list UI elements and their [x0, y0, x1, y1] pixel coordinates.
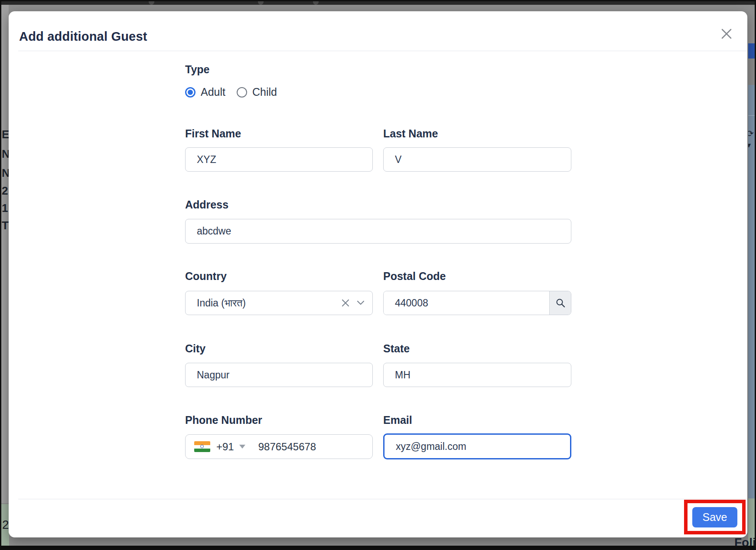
background-right-blue-block	[748, 43, 755, 59]
address-label: Address	[185, 199, 228, 211]
postal-code-field	[383, 291, 571, 315]
clear-icon[interactable]	[341, 299, 350, 307]
header-divider	[18, 51, 747, 51]
chevron-down-icon[interactable]	[357, 300, 365, 306]
save-button[interactable]: Save	[692, 507, 737, 527]
dial-code: +91	[216, 441, 234, 453]
background-letter: 1	[2, 202, 8, 215]
background-letter: 2	[2, 184, 8, 198]
country-select[interactable]: India (भारत)	[185, 291, 373, 315]
background-letter: N	[2, 166, 9, 180]
search-icon	[555, 298, 566, 308]
background-letter: 2	[2, 518, 9, 532]
india-flag-icon	[194, 441, 210, 452]
phone-label: Phone Number	[185, 414, 262, 426]
background-right-gray-block	[748, 59, 755, 85]
radio-child[interactable]: Child	[237, 86, 277, 98]
phone-number-value: 9876545678	[258, 441, 316, 453]
add-guest-modal: Add additional Guest Type Adult Child Fi…	[9, 11, 747, 537]
phone-field[interactable]: +91 9876545678	[185, 434, 373, 459]
last-name-label: Last Name	[383, 127, 438, 140]
address-input[interactable]	[185, 219, 571, 244]
state-input[interactable]	[383, 363, 571, 387]
postal-search-button[interactable]	[549, 291, 571, 315]
footer-divider	[18, 499, 747, 499]
close-button[interactable]	[717, 24, 736, 43]
background-top-bar	[1, 1, 755, 5]
postal-code-label: Postal Code	[383, 270, 446, 283]
state-label: State	[383, 342, 410, 355]
radio-adult-label: Adult	[201, 86, 225, 98]
email-label: Email	[383, 414, 412, 426]
background-icon-fragment: ▾	[748, 140, 751, 150]
background-right-panel-edge: ⟳ ▾	[748, 85, 755, 498]
background-letter: E	[2, 128, 9, 141]
country-label: Country	[185, 270, 227, 283]
radio-adult[interactable]: Adult	[185, 86, 225, 98]
first-name-label: First Name	[185, 127, 241, 140]
first-name-input[interactable]	[185, 147, 373, 172]
country-value: India (भारत)	[197, 297, 341, 309]
email-input[interactable]	[383, 433, 571, 459]
last-name-input[interactable]	[383, 147, 571, 172]
radio-selected-icon[interactable]	[185, 87, 196, 98]
background-bottom-left: 2	[1, 504, 9, 547]
background-bottom-bar	[1, 546, 755, 549]
background-icon-fragment: ⟳	[748, 128, 754, 139]
postal-code-input[interactable]	[384, 291, 549, 315]
close-icon	[720, 27, 733, 40]
city-input[interactable]	[185, 363, 373, 387]
radio-child-label: Child	[252, 86, 277, 98]
type-label: Type	[185, 63, 210, 76]
dial-code-chevron-icon[interactable]	[239, 445, 245, 449]
background-left-edge: E N N 2 1 T	[1, 5, 9, 503]
save-annotation-highlight: Save	[684, 500, 746, 534]
modal-title: Add additional Guest	[19, 29, 147, 44]
radio-unselected-icon[interactable]	[237, 87, 247, 98]
type-radio-group: Adult Child	[185, 86, 277, 98]
city-label: City	[185, 342, 205, 355]
background-letter: T	[2, 219, 9, 232]
background-letter: N	[2, 147, 9, 161]
